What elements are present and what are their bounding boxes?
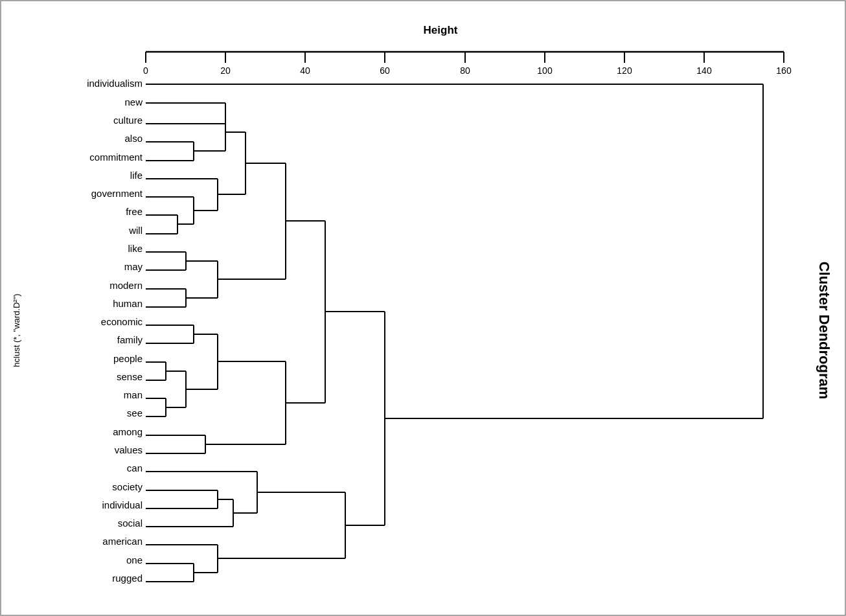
chart-container-clean: Cluster Dendrogram hclust (*, "ward.D²")… — [0, 0, 846, 616]
tick-120: 120 — [617, 65, 632, 76]
label-government: government — [91, 188, 143, 199]
label-sense: sense — [117, 371, 143, 382]
tick-160: 160 — [776, 65, 792, 76]
label-people: people — [113, 353, 143, 364]
label-american: american — [102, 536, 143, 547]
label-values: values — [115, 444, 143, 455]
label-modern: modern — [109, 280, 143, 291]
label-society: society — [112, 481, 143, 492]
label-family: family — [117, 334, 143, 345]
label-among: among — [113, 426, 143, 437]
tick-40: 40 — [300, 65, 310, 76]
label-social: social — [118, 518, 143, 529]
label-can: can — [127, 462, 143, 473]
label-one: one — [126, 554, 143, 565]
label-culture: culture — [113, 115, 143, 126]
tick-80: 80 — [460, 65, 470, 76]
label-free: free — [126, 206, 143, 217]
label-life: life — [130, 170, 143, 181]
label-like: like — [128, 243, 143, 254]
tick-0: 0 — [143, 65, 148, 76]
label-economic: economic — [101, 316, 143, 327]
label-may: may — [124, 261, 143, 272]
label-also: also — [124, 133, 143, 144]
chart-title: Cluster Dendrogram — [816, 262, 832, 400]
label-rugged: rugged — [112, 573, 143, 584]
x-axis-title: Height — [424, 24, 458, 36]
tick-60: 60 — [380, 65, 390, 76]
label-individual: individual — [102, 499, 143, 510]
label-see: see — [127, 407, 143, 418]
label-man: man — [124, 389, 143, 400]
label-new: new — [124, 97, 143, 108]
label-commitment: commitment — [89, 152, 143, 163]
y-axis-label: hclust (*, "ward.D²") — [12, 293, 21, 367]
label-human: human — [113, 298, 143, 309]
label-individualism: individualism — [87, 78, 143, 89]
tick-140: 140 — [696, 65, 712, 76]
tick-20: 20 — [220, 65, 231, 76]
tick-100: 100 — [537, 65, 553, 76]
label-will: will — [128, 225, 143, 236]
